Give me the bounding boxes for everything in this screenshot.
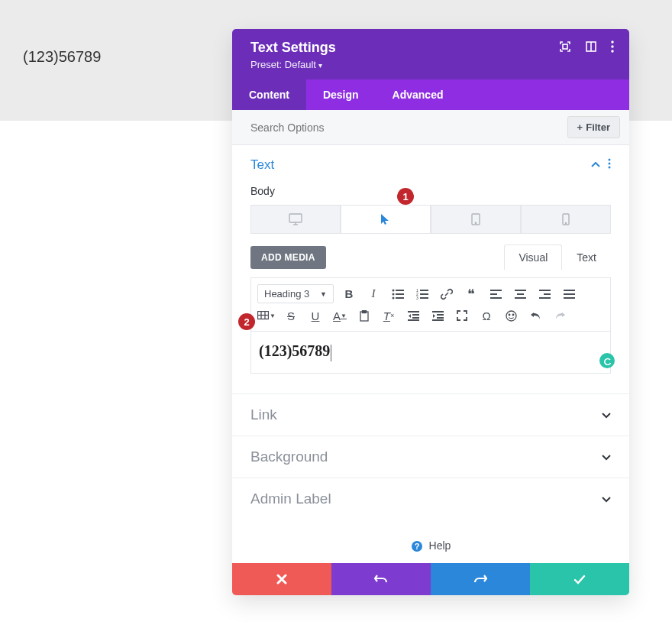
svg-text:3: 3 [416, 296, 418, 300]
svg-rect-49 [408, 319, 419, 321]
search-input[interactable] [232, 112, 567, 144]
editor-toolbar: Heading 3▼ B I 123 ❝ [250, 277, 611, 331]
modal-header: Text Settings Preset: Default [232, 29, 629, 79]
emoji-icon[interactable] [502, 306, 520, 325]
underline-icon[interactable]: U [306, 306, 325, 325]
focus-icon[interactable] [559, 40, 571, 56]
responsive-hover[interactable] [341, 205, 431, 234]
svg-rect-50 [432, 311, 444, 313]
undo-button[interactable] [331, 563, 431, 595]
columns-icon[interactable] [585, 40, 597, 56]
svg-rect-34 [539, 290, 551, 291]
svg-rect-52 [437, 317, 444, 319]
svg-rect-27 [420, 297, 428, 299]
indent-icon[interactable] [428, 306, 447, 325]
tab-advanced[interactable]: Advanced [376, 79, 460, 110]
svg-point-13 [475, 222, 476, 223]
section-background-header[interactable]: Background [232, 436, 629, 478]
text-editor[interactable]: (123)56789 [250, 331, 611, 374]
svg-rect-47 [412, 314, 419, 316]
svg-rect-37 [564, 290, 575, 291]
svg-point-4 [611, 45, 613, 47]
svg-rect-46 [408, 311, 419, 313]
clear-format-icon[interactable]: T× [380, 306, 398, 325]
bold-icon[interactable]: B [340, 285, 358, 303]
svg-rect-33 [515, 297, 526, 299]
filter-button[interactable]: +Filter [567, 116, 620, 138]
responsive-desktop[interactable] [250, 205, 341, 234]
align-right-icon[interactable] [535, 285, 554, 303]
section-text-header[interactable]: Text [232, 145, 629, 185]
text-settings-modal: Text Settings Preset: Default Content De… [232, 29, 629, 595]
svg-point-18 [393, 293, 395, 295]
responsive-tabs [232, 205, 629, 245]
format-select[interactable]: Heading 3▼ [257, 284, 334, 303]
text-cursor [331, 345, 331, 361]
svg-point-54 [506, 311, 516, 321]
strikethrough-icon[interactable]: S [282, 306, 300, 325]
svg-point-7 [609, 163, 611, 165]
responsive-phone[interactable] [521, 205, 611, 234]
svg-point-20 [393, 296, 395, 299]
table-icon[interactable]: ▼ [257, 306, 276, 325]
italic-icon[interactable]: I [364, 285, 383, 303]
link-icon[interactable] [438, 285, 456, 303]
cancel-button[interactable] [232, 563, 331, 595]
svg-rect-30 [490, 297, 502, 299]
callout-2: 2 [238, 313, 255, 330]
tab-content[interactable]: Content [232, 79, 306, 110]
svg-point-15 [565, 222, 566, 223]
tab-design[interactable]: Design [306, 79, 376, 110]
responsive-tablet[interactable] [431, 205, 521, 234]
callout-1: 1 [397, 188, 414, 205]
editor-content: (123)56789 [259, 342, 330, 359]
svg-rect-38 [564, 293, 575, 295]
redo-tool-icon[interactable] [551, 306, 569, 325]
svg-rect-21 [396, 297, 404, 299]
save-button[interactable] [530, 563, 629, 595]
align-justify-icon[interactable] [560, 285, 578, 303]
svg-text:?: ? [414, 542, 419, 551]
preset-dropdown[interactable]: Preset: Default [250, 59, 614, 70]
chevron-down-icon [602, 494, 611, 505]
fullscreen-icon[interactable] [453, 306, 471, 325]
numbered-list-icon[interactable]: 123 [413, 285, 431, 303]
modal-footer [232, 563, 629, 595]
align-left-icon[interactable] [486, 285, 505, 303]
section-link-header[interactable]: Link [232, 393, 629, 436]
chevron-down-icon [602, 452, 611, 463]
svg-rect-29 [490, 293, 497, 295]
paste-icon[interactable] [355, 306, 373, 325]
modal-title: Text Settings [250, 40, 336, 56]
svg-point-5 [611, 50, 613, 52]
undo-tool-icon[interactable] [526, 306, 544, 325]
svg-point-55 [509, 314, 510, 316]
svg-rect-17 [396, 290, 404, 291]
redo-button[interactable] [431, 563, 530, 595]
more-icon[interactable] [611, 40, 614, 56]
bullet-list-icon[interactable] [389, 285, 407, 303]
svg-rect-32 [517, 293, 524, 295]
svg-rect-23 [420, 290, 428, 291]
section-more-icon[interactable] [608, 158, 611, 172]
visual-tab[interactable]: Visual [504, 245, 562, 270]
help-link[interactable]: ? Help [232, 520, 629, 563]
svg-rect-45 [363, 310, 367, 313]
chevron-up-icon [591, 160, 600, 170]
grammarly-icon[interactable] [599, 353, 615, 368]
add-media-button[interactable]: ADD MEDIA [250, 246, 326, 269]
svg-rect-31 [515, 290, 526, 291]
chevron-down-icon [602, 410, 611, 421]
omega-icon[interactable]: Ω [477, 306, 496, 325]
settings-tabs: Content Design Advanced [232, 79, 629, 110]
align-center-icon[interactable] [511, 285, 529, 303]
help-icon: ? [411, 540, 423, 552]
text-tab[interactable]: Text [562, 245, 611, 270]
quote-icon[interactable]: ❝ [462, 285, 480, 303]
outdent-icon[interactable] [404, 306, 422, 325]
text-color-icon[interactable]: A▼ [331, 306, 349, 325]
svg-rect-0 [563, 44, 567, 49]
svg-point-56 [512, 314, 514, 316]
section-admin-header[interactable]: Admin Label [232, 478, 629, 520]
svg-rect-25 [420, 293, 428, 295]
